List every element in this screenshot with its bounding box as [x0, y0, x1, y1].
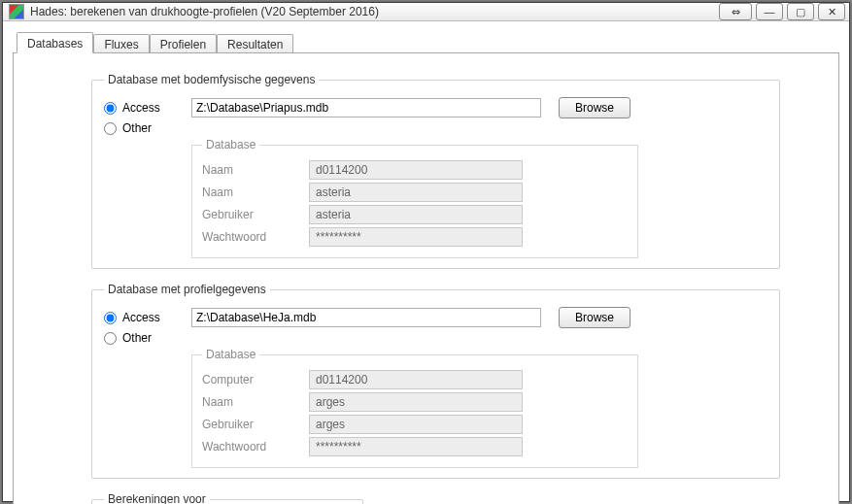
minimize-button[interactable]: —	[756, 3, 783, 20]
client-area: Databases Fluxes Profielen Resultaten Da…	[3, 21, 849, 504]
db1-inner-legend: Database	[202, 138, 259, 151]
group-profiel-legend: Database met profielgegevens	[104, 283, 270, 296]
db1-radio-other[interactable]	[104, 122, 117, 135]
db1-wachtwoord-label: Wachtwoord	[202, 230, 309, 244]
db1-naam1-input	[309, 160, 523, 180]
db2-access-label: Access	[122, 311, 160, 324]
db1-gebruiker-label: Gebruiker	[202, 208, 309, 221]
db1-wachtwoord-input	[309, 227, 523, 247]
window-title: Hades: berekenen van drukhoogte-profiele…	[30, 5, 719, 18]
db2-wachtwoord-input	[309, 437, 523, 456]
db2-gebruiker-input	[309, 415, 523, 434]
db2-naam-input	[309, 392, 523, 412]
db2-browse-button[interactable]: Browse	[559, 307, 630, 328]
maximize-button[interactable]: ▢	[787, 3, 814, 20]
db2-radio-access[interactable]	[104, 312, 117, 324]
tab-fluxes[interactable]: Fluxes	[93, 34, 149, 53]
tab-profielen[interactable]: Profielen	[150, 34, 217, 53]
db2-other-label: Other	[122, 331, 152, 345]
db2-computer-input	[309, 370, 523, 389]
db1-radio-access[interactable]	[104, 102, 117, 115]
group-bodemfysisch: Database met bodemfysische gegevens Acce…	[91, 73, 780, 269]
db2-radio-other[interactable]	[104, 332, 117, 345]
tabpage-databases: Database met bodemfysische gegevens Acce…	[13, 52, 839, 504]
db2-inner-group: Database Computer Naam Gebruiker Wac	[191, 348, 638, 468]
window-buttons: ⇔ — ▢ ✕	[719, 3, 845, 20]
nav-backfwd-button[interactable]: ⇔	[719, 3, 752, 20]
titlebar: Hades: berekenen van drukhoogte-profiele…	[3, 3, 849, 21]
db1-naam2-input	[309, 183, 523, 202]
db1-access-label: Access	[122, 101, 160, 115]
group-bodemfysisch-legend: Database met bodemfysische gegevens	[104, 73, 319, 86]
db2-naam-label: Naam	[202, 395, 309, 409]
db2-inner-legend: Database	[202, 348, 259, 361]
db1-browse-button[interactable]: Browse	[559, 97, 630, 118]
app-icon	[9, 4, 24, 19]
tab-resultaten[interactable]: Resultaten	[217, 34, 293, 53]
db1-naam2-label: Naam	[202, 185, 309, 199]
group-berekeningen: Berekeningen voor Monster Profiel	[91, 492, 363, 504]
tabstrip: Databases Fluxes Profielen Resultaten	[17, 31, 839, 52]
db1-inner-group: Database Naam Naam Gebruiker Wachtwo	[191, 138, 638, 258]
group-profiel: Database met profielgegevens Access Brow…	[91, 283, 780, 479]
db2-wachtwoord-label: Wachtwoord	[202, 440, 309, 454]
close-button[interactable]: ✕	[818, 3, 845, 20]
db2-path-input[interactable]	[191, 308, 541, 327]
db2-gebruiker-label: Gebruiker	[202, 418, 309, 431]
db1-path-input[interactable]	[191, 98, 541, 118]
db1-other-label: Other	[122, 121, 152, 135]
db1-gebruiker-input	[309, 205, 523, 224]
tab-databases[interactable]: Databases	[17, 32, 93, 53]
group-berekeningen-legend: Berekeningen voor	[104, 492, 210, 504]
db2-computer-label: Computer	[202, 373, 309, 386]
db1-naam1-label: Naam	[202, 163, 309, 177]
app-window: Hades: berekenen van drukhoogte-profiele…	[2, 2, 850, 502]
